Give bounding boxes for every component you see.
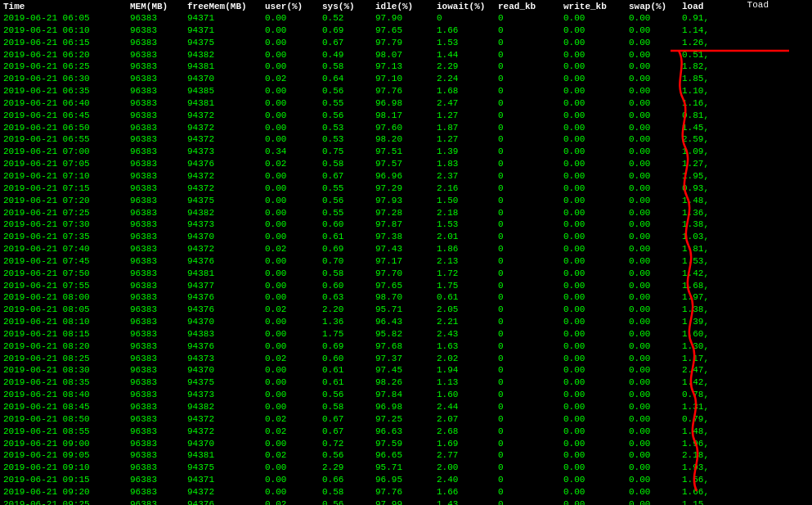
cell-col-mem: 96383 <box>130 498 187 505</box>
cell-col-writekb: 0.00 <box>563 498 629 505</box>
cell-col-writekb: 0.00 <box>563 401 629 413</box>
cell-col-mem: 96383 <box>130 268 187 280</box>
cell-col-iowait: 1.44 <box>437 49 498 61</box>
cell-col-load: 1.45, <box>682 122 731 134</box>
cell-col-iowait: 1.60 <box>437 389 498 401</box>
table-row: 2019-06-21 09:1596383943710.000.6696.952… <box>3 474 809 486</box>
cell-col-iowait: 2.02 <box>437 353 498 365</box>
table-row: 2019-06-21 07:3596383943700.000.6197.382… <box>3 231 809 243</box>
cell-col-idle: 97.29 <box>375 183 437 195</box>
cell-col-writekb: 0.00 <box>563 291 629 304</box>
cell-col-writekb: 0.00 <box>563 280 629 292</box>
cell-col-readkb: 0 <box>498 353 563 365</box>
cell-col-mem: 96383 <box>130 195 187 207</box>
cell-col-swap: 0.00 <box>629 304 682 316</box>
table-row: 2019-06-21 08:3596383943750.000.6198.261… <box>3 376 809 389</box>
cell-col-sys: 0.64 <box>322 73 375 85</box>
cell-col-time: 2019-06-21 08:30 <box>3 364 130 376</box>
cell-col-sys: 1.75 <box>322 328 375 340</box>
cell-col-readkb: 0 <box>498 122 563 134</box>
cell-col-iowait: 2.47 <box>437 97 498 110</box>
table-row: 2019-06-21 07:2596383943820.000.5597.282… <box>3 207 809 219</box>
cell-col-freemem: 94377 <box>187 280 265 292</box>
cell-col-user: 0.34 <box>265 146 322 158</box>
cell-col-freemem: 94371 <box>187 474 265 486</box>
cell-col-load: 1.14, <box>682 25 731 37</box>
cell-col-time: 2019-06-21 06:20 <box>3 49 130 61</box>
table-row: 2019-06-21 08:1596383943830.001.7595.822… <box>3 328 809 340</box>
cell-col-sys: 0.61 <box>322 231 375 243</box>
col-header-iowait: iowait(%) <box>437 2 498 11</box>
cell-col-iowait: 2.07 <box>437 413 498 426</box>
cell-col-mem: 96383 <box>130 462 187 474</box>
cell-col-readkb: 0 <box>498 97 563 110</box>
cell-col-time: 2019-06-21 09:10 <box>3 462 130 474</box>
col-header-swap: swap(%) <box>629 2 682 11</box>
cell-col-time: 2019-06-21 07:35 <box>3 231 130 243</box>
cell-col-readkb: 0 <box>498 195 563 207</box>
cell-col-writekb: 0.00 <box>563 49 629 61</box>
cell-col-sys: 0.58 <box>322 61 375 73</box>
cell-col-iowait: 1.66 <box>437 25 498 37</box>
cell-col-idle: 97.59 <box>375 438 437 450</box>
cell-col-swap: 0.00 <box>629 389 682 401</box>
cell-col-idle: 96.98 <box>375 97 437 110</box>
cell-col-iowait: 2.16 <box>437 183 498 195</box>
cell-col-swap: 0.00 <box>629 110 682 122</box>
cell-col-swap: 0.00 <box>629 486 682 498</box>
cell-col-writekb: 0.00 <box>563 207 629 219</box>
cell-col-writekb: 0.00 <box>563 243 629 255</box>
cell-col-swap: 0.00 <box>629 474 682 486</box>
cell-col-iowait: 2.43 <box>437 328 498 340</box>
table-row: 2019-06-21 07:5596383943770.000.6097.651… <box>3 280 809 292</box>
cell-col-freemem: 94370 <box>187 73 265 85</box>
cell-col-iowait: 1.86 <box>437 243 498 255</box>
cell-col-load: 1.56, <box>682 474 731 486</box>
cell-col-idle: 96.95 <box>375 474 437 486</box>
cell-col-swap: 0.00 <box>629 462 682 474</box>
table-row: 2019-06-21 09:2596383943760.020.5697.991… <box>3 498 809 505</box>
cell-col-writekb: 0.00 <box>563 195 629 207</box>
cell-col-user: 0.00 <box>265 474 322 486</box>
cell-col-readkb: 0 <box>498 133 563 146</box>
cell-col-time: 2019-06-21 07:05 <box>3 158 130 170</box>
cell-col-time: 2019-06-21 07:45 <box>3 255 130 268</box>
cell-col-mem: 96383 <box>130 170 187 183</box>
cell-col-swap: 0.00 <box>629 280 682 292</box>
cell-col-readkb: 0 <box>498 255 563 268</box>
cell-col-time: 2019-06-21 09:25 <box>3 498 130 505</box>
cell-col-readkb: 0 <box>498 73 563 85</box>
table-row: 2019-06-21 07:5096383943810.000.5897.701… <box>3 268 809 280</box>
cell-col-mem: 96383 <box>130 426 187 438</box>
cell-col-mem: 96383 <box>130 219 187 231</box>
table-row: 2019-06-21 07:4096383943720.020.6997.431… <box>3 243 809 255</box>
col-header-writekb: write_kb <box>563 2 629 11</box>
cell-col-writekb: 0.00 <box>563 364 629 376</box>
cell-col-freemem: 94373 <box>187 146 265 158</box>
cell-col-load: 1.60, <box>682 328 731 340</box>
table-body: 2019-06-21 06:0596383943710.000.5297.900… <box>3 12 809 505</box>
table-row: 2019-06-21 08:5096383943720.020.6797.252… <box>3 413 809 426</box>
cell-col-mem: 96383 <box>130 49 187 61</box>
cell-col-swap: 0.00 <box>629 364 682 376</box>
cell-col-load: 2.59, <box>682 133 731 146</box>
cell-col-idle: 97.13 <box>375 61 437 73</box>
cell-col-user: 0.02 <box>265 413 322 426</box>
cell-col-load: 1.48, <box>682 195 731 207</box>
cell-col-swap: 0.00 <box>629 401 682 413</box>
cell-col-user: 0.00 <box>265 376 322 389</box>
cell-col-idle: 97.68 <box>375 340 437 353</box>
cell-col-freemem: 94372 <box>187 122 265 134</box>
cell-col-freemem: 94371 <box>187 25 265 37</box>
cell-col-iowait: 1.27 <box>437 133 498 146</box>
cell-col-iowait: 1.27 <box>437 110 498 122</box>
cell-col-writekb: 0.00 <box>563 170 629 183</box>
col-header-idle: idle(%) <box>375 2 437 11</box>
cell-col-freemem: 94370 <box>187 364 265 376</box>
cell-col-time: 2019-06-21 06:45 <box>3 110 130 122</box>
cell-col-writekb: 0.00 <box>563 474 629 486</box>
cell-col-idle: 96.63 <box>375 426 437 438</box>
cell-col-time: 2019-06-21 08:20 <box>3 340 130 353</box>
cell-col-swap: 0.00 <box>629 158 682 170</box>
cell-col-mem: 96383 <box>130 376 187 389</box>
